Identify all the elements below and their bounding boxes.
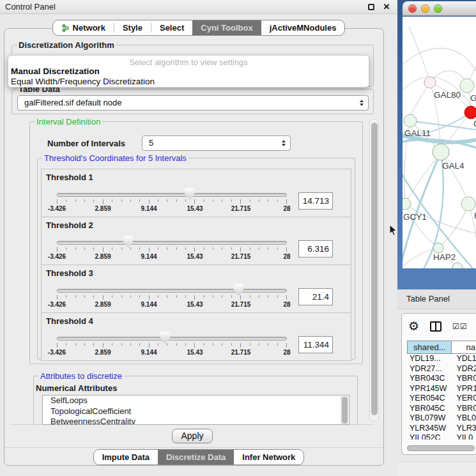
table-row[interactable]: YBL079WYBL0 — [407, 413, 476, 424]
table-row[interactable]: YBR043CYBR0 — [407, 374, 476, 384]
attributes-list-scrollbar[interactable] — [341, 396, 348, 424]
cell-name[interactable]: YPR1 — [452, 384, 476, 394]
cell-shared-name[interactable]: YER054C — [407, 394, 452, 404]
table-row[interactable]: YIL052CYIL0 — [407, 433, 476, 440]
network-node[interactable] — [460, 79, 474, 93]
combo-stepper-icon — [282, 140, 286, 146]
tab-impute-data[interactable]: Impute Data — [94, 450, 158, 464]
slider-track[interactable] — [57, 337, 287, 341]
mac-zoom-button[interactable] — [434, 4, 442, 13]
number-of-intervals-select[interactable]: 5 — [142, 135, 291, 151]
tab-discretize-data[interactable]: Discretize Data — [158, 450, 234, 464]
network-node[interactable] — [433, 243, 443, 253]
slider-thumb[interactable] — [160, 332, 170, 344]
cell-name[interactable]: YBR0 — [452, 404, 476, 414]
network-canvas[interactable]: GAL80GCGAL11GAL4GCY1HHAP2 — [403, 17, 476, 268]
cell-name[interactable]: YIL0 — [452, 433, 476, 440]
node-table[interactable]: shared... na YDL19...YDL1YDR27...YDR2YBR… — [407, 341, 476, 440]
float-window-button[interactable] — [368, 4, 374, 10]
settings-vertical-scrollbar[interactable] — [369, 119, 379, 422]
network-node[interactable] — [403, 198, 411, 210]
close-panel-button[interactable]: ✕ — [381, 0, 392, 14]
node-label-g: G — [470, 93, 476, 103]
number-of-intervals-label: Number of Intervals — [47, 139, 125, 148]
attributes-scrollbar-thumb[interactable] — [342, 397, 348, 424]
table-row[interactable]: YDL19...YDL1 — [407, 354, 476, 364]
cell-shared-name[interactable]: YBL079W — [407, 413, 452, 424]
column-header-name[interactable]: na — [452, 341, 476, 354]
tab-label: Cyni Toolbox — [201, 23, 252, 33]
cell-name[interactable]: YDR2 — [452, 364, 476, 374]
settings-scrollbar-thumb[interactable] — [371, 123, 378, 415]
table-row[interactable]: YBR045CYBR0 — [407, 404, 476, 414]
table-row[interactable]: YDR27...YDR2 — [407, 364, 476, 374]
cell-name[interactable]: YDL1 — [452, 354, 476, 364]
tab-infer-network[interactable]: Infer Network — [234, 450, 303, 464]
attribute-item-selfloops[interactable]: SelfLoops — [43, 395, 349, 406]
network-node[interactable] — [433, 144, 449, 160]
network-window-titlebar[interactable] — [403, 1, 476, 16]
cell-shared-name[interactable]: YBR045C — [407, 404, 452, 414]
network-node[interactable] — [452, 263, 463, 268]
tick-label: -3.426 — [48, 253, 66, 260]
threshold-value-field[interactable]: 6.316 — [298, 240, 333, 257]
cell-shared-name[interactable]: YLR345W — [407, 424, 452, 434]
algorithm-placeholder-item[interactable]: Select algorithm to view settings — [8, 58, 369, 67]
slider-track[interactable] — [57, 289, 287, 293]
tab-cyni-toolbox[interactable]: Cyni Toolbox — [192, 20, 261, 35]
slider-thumb[interactable] — [234, 284, 243, 296]
cell-shared-name[interactable]: YDL19... — [407, 354, 452, 364]
cell-shared-name[interactable]: YBR043C — [407, 374, 452, 384]
table-data-select[interactable]: galFiltered.sif default node — [17, 95, 369, 111]
network-graph[interactable]: GAL80GCGAL11GAL4GCY1HHAP2 — [403, 17, 476, 268]
tab-label: Network — [73, 23, 105, 33]
algorithm-option-equal-width-frequency-discretization[interactable]: Equal Width/Frequency Discretization — [11, 77, 155, 86]
slider-track[interactable] — [57, 241, 287, 245]
slider-thumb[interactable] — [123, 236, 133, 248]
gear-icon[interactable]: ⚙ — [408, 320, 419, 333]
split-columns-icon[interactable] — [430, 321, 441, 332]
network-node[interactable] — [464, 106, 476, 119]
threshold-slider[interactable]: -3.4262.8599.14415.4321.71528 — [57, 313, 287, 362]
slider-track[interactable] — [57, 193, 287, 197]
mac-minimize-button[interactable] — [421, 4, 429, 13]
threshold-slider[interactable]: -3.4262.8599.14415.4321.71528 — [57, 169, 287, 218]
tab-style[interactable]: Style — [114, 20, 151, 35]
network-node[interactable] — [461, 197, 475, 211]
network-icon — [61, 24, 70, 33]
network-node[interactable] — [404, 114, 417, 127]
apply-button[interactable]: Apply — [172, 429, 213, 443]
table-horizontal-scrollbar[interactable] — [407, 445, 475, 451]
table-panel-title: Table Panel — [406, 294, 450, 303]
numerical-attributes-list[interactable]: SelfLoopsTopologicalCoefficientBetweenne… — [42, 395, 349, 425]
cell-shared-name[interactable]: YPR145W — [407, 384, 452, 394]
table-row[interactable]: YPR145WYPR1 — [407, 384, 476, 394]
cell-shared-name[interactable]: YIL052C — [407, 433, 452, 440]
tab-select[interactable]: Select — [151, 20, 192, 35]
table-row[interactable]: YLR345WYLR3 — [407, 424, 476, 434]
threshold-slider[interactable]: -3.4262.8599.14415.4321.71528 — [57, 265, 287, 314]
cell-name[interactable]: YBL0 — [452, 413, 476, 424]
threshold-slider[interactable]: -3.4262.8599.14415.4321.71528 — [57, 217, 287, 266]
attribute-item-betweennesscentrality[interactable]: BetweennessCentrality — [43, 417, 349, 425]
cell-name[interactable]: YER0 — [452, 394, 476, 404]
slider-thumb[interactable] — [185, 188, 194, 200]
threshold-value-field[interactable]: 21.4 — [298, 288, 333, 305]
cell-name[interactable]: YLR3 — [452, 424, 476, 434]
threshold-value-field[interactable]: 14.713 — [298, 192, 333, 210]
tab-label: Impute Data — [102, 452, 150, 462]
algorithm-option-manual-discretization[interactable]: Manual Discretization — [11, 66, 100, 76]
select-columns-icon[interactable]: ☑☑ — [452, 322, 468, 331]
table-row[interactable]: YER054CYER0 — [407, 394, 476, 404]
attribute-item-topologicalcoefficient[interactable]: TopologicalCoefficient — [43, 406, 349, 417]
table-panel-footer — [397, 462, 476, 476]
threshold-value-field[interactable]: 11.344 — [298, 336, 333, 353]
tab-jactivemnodules[interactable]: jActiveMNodules — [261, 20, 345, 35]
network-node[interactable] — [424, 77, 436, 88]
cell-name[interactable]: YBR0 — [452, 374, 476, 384]
cell-shared-name[interactable]: YDR27... — [407, 364, 452, 374]
mac-close-button[interactable] — [408, 4, 417, 13]
threshold-block: Threshold 1 -3.4262.8599.14415.4321.7152… — [41, 169, 351, 217]
column-header-shared-name[interactable]: shared... — [407, 341, 452, 354]
tab-network[interactable]: Network — [53, 20, 114, 35]
